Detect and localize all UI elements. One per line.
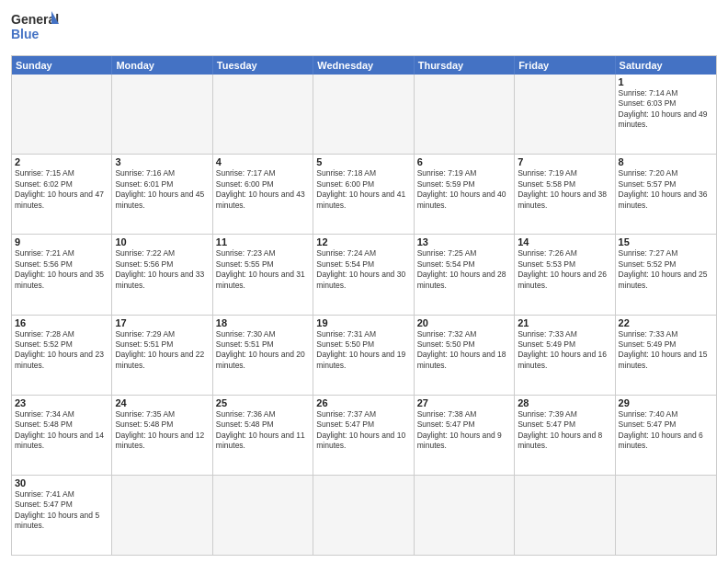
day-cell: 10Sunrise: 7:22 AMSunset: 5:56 PMDayligh… bbox=[112, 235, 212, 314]
day-info: Sunrise: 7:17 AMSunset: 6:00 PMDaylight:… bbox=[216, 168, 310, 211]
day-info: Sunrise: 7:36 AMSunset: 5:48 PMDaylight:… bbox=[216, 409, 310, 452]
day-cell: 9Sunrise: 7:21 AMSunset: 5:56 PMDaylight… bbox=[12, 235, 112, 314]
day-number: 23 bbox=[15, 397, 108, 408]
day-number: 2 bbox=[15, 156, 108, 167]
day-number: 29 bbox=[619, 397, 713, 408]
day-cell: 5Sunrise: 7:18 AMSunset: 6:00 PMDaylight… bbox=[313, 155, 414, 234]
day-number: 16 bbox=[15, 317, 108, 328]
day-number: 28 bbox=[518, 397, 611, 408]
day-cell: 6Sunrise: 7:19 AMSunset: 5:59 PMDaylight… bbox=[415, 155, 515, 234]
day-number: 6 bbox=[417, 156, 511, 167]
day-info: Sunrise: 7:32 AMSunset: 5:50 PMDaylight:… bbox=[417, 329, 511, 372]
day-cell: 23Sunrise: 7:34 AMSunset: 5:48 PMDayligh… bbox=[12, 396, 112, 475]
day-info: Sunrise: 7:16 AMSunset: 6:01 PMDaylight:… bbox=[115, 168, 209, 211]
day-number: 4 bbox=[216, 156, 310, 167]
day-cell: 13Sunrise: 7:25 AMSunset: 5:54 PMDayligh… bbox=[415, 235, 515, 314]
day-cell: 27Sunrise: 7:38 AMSunset: 5:47 PMDayligh… bbox=[415, 396, 515, 475]
day-info: Sunrise: 7:20 AMSunset: 5:57 PMDaylight:… bbox=[619, 168, 713, 211]
day-cell bbox=[515, 75, 615, 154]
day-header-friday: Friday bbox=[515, 56, 615, 75]
day-number: 17 bbox=[115, 317, 209, 328]
day-cell: 14Sunrise: 7:26 AMSunset: 5:53 PMDayligh… bbox=[515, 235, 615, 314]
day-info: Sunrise: 7:38 AMSunset: 5:47 PMDaylight:… bbox=[417, 409, 511, 452]
day-info: Sunrise: 7:26 AMSunset: 5:53 PMDaylight:… bbox=[518, 248, 611, 291]
day-cell: 3Sunrise: 7:16 AMSunset: 6:01 PMDaylight… bbox=[112, 155, 212, 234]
day-number: 9 bbox=[15, 236, 108, 247]
day-cell bbox=[213, 75, 313, 154]
day-cell: 12Sunrise: 7:24 AMSunset: 5:54 PMDayligh… bbox=[313, 235, 414, 314]
day-info: Sunrise: 7:37 AMSunset: 5:47 PMDaylight:… bbox=[316, 409, 410, 452]
day-info: Sunrise: 7:21 AMSunset: 5:56 PMDaylight:… bbox=[15, 248, 108, 291]
day-number: 13 bbox=[417, 236, 511, 247]
day-number: 18 bbox=[216, 317, 310, 328]
day-number: 11 bbox=[216, 236, 310, 247]
day-cell bbox=[415, 75, 515, 154]
day-number: 14 bbox=[518, 236, 611, 247]
day-cell: 24Sunrise: 7:35 AMSunset: 5:48 PMDayligh… bbox=[112, 396, 212, 475]
day-info: Sunrise: 7:34 AMSunset: 5:48 PMDaylight:… bbox=[15, 409, 108, 452]
day-cell: 21Sunrise: 7:33 AMSunset: 5:49 PMDayligh… bbox=[515, 316, 615, 395]
day-cell: 26Sunrise: 7:37 AMSunset: 5:47 PMDayligh… bbox=[313, 396, 414, 475]
day-headers-row: SundayMondayTuesdayWednesdayThursdayFrid… bbox=[12, 56, 716, 75]
day-info: Sunrise: 7:40 AMSunset: 5:47 PMDaylight:… bbox=[619, 409, 713, 452]
day-cell: 15Sunrise: 7:27 AMSunset: 5:52 PMDayligh… bbox=[616, 235, 716, 314]
day-info: Sunrise: 7:22 AMSunset: 5:56 PMDaylight:… bbox=[115, 248, 209, 291]
day-info: Sunrise: 7:23 AMSunset: 5:55 PMDaylight:… bbox=[216, 248, 310, 291]
day-info: Sunrise: 7:41 AMSunset: 5:47 PMDaylight:… bbox=[15, 489, 108, 532]
day-info: Sunrise: 7:31 AMSunset: 5:50 PMDaylight:… bbox=[316, 329, 410, 372]
day-cell bbox=[112, 476, 212, 555]
day-cell bbox=[616, 476, 716, 555]
day-info: Sunrise: 7:30 AMSunset: 5:51 PMDaylight:… bbox=[216, 329, 310, 372]
day-cell: 11Sunrise: 7:23 AMSunset: 5:55 PMDayligh… bbox=[213, 235, 313, 314]
day-header-sunday: Sunday bbox=[12, 56, 112, 75]
day-cell bbox=[112, 75, 212, 154]
day-header-wednesday: Wednesday bbox=[313, 56, 414, 75]
day-cell: 2Sunrise: 7:15 AMSunset: 6:02 PMDaylight… bbox=[12, 155, 112, 234]
svg-text:Blue: Blue bbox=[11, 27, 40, 41]
week-row-2: 2Sunrise: 7:15 AMSunset: 6:02 PMDaylight… bbox=[12, 155, 716, 235]
day-cell: 29Sunrise: 7:40 AMSunset: 5:47 PMDayligh… bbox=[616, 396, 716, 475]
day-number: 21 bbox=[518, 317, 611, 328]
day-cell: 16Sunrise: 7:28 AMSunset: 5:52 PMDayligh… bbox=[12, 316, 112, 395]
day-info: Sunrise: 7:15 AMSunset: 6:02 PMDaylight:… bbox=[15, 168, 108, 211]
week-row-1: 1Sunrise: 7:14 AMSunset: 6:03 PMDaylight… bbox=[12, 75, 716, 155]
day-cell: 7Sunrise: 7:19 AMSunset: 5:58 PMDaylight… bbox=[515, 155, 615, 234]
calendar-body: 1Sunrise: 7:14 AMSunset: 6:03 PMDaylight… bbox=[12, 75, 716, 555]
day-number: 26 bbox=[316, 397, 410, 408]
day-header-tuesday: Tuesday bbox=[213, 56, 313, 75]
day-cell bbox=[313, 75, 414, 154]
calendar: SundayMondayTuesdayWednesdayThursdayFrid… bbox=[11, 55, 717, 556]
day-number: 19 bbox=[316, 317, 410, 328]
day-info: Sunrise: 7:25 AMSunset: 5:54 PMDaylight:… bbox=[417, 248, 511, 291]
day-cell: 25Sunrise: 7:36 AMSunset: 5:48 PMDayligh… bbox=[213, 396, 313, 475]
day-number: 15 bbox=[619, 236, 713, 247]
day-info: Sunrise: 7:19 AMSunset: 5:59 PMDaylight:… bbox=[417, 168, 511, 211]
day-header-monday: Monday bbox=[112, 56, 212, 75]
logo: General Blue bbox=[11, 9, 59, 50]
day-cell: 17Sunrise: 7:29 AMSunset: 5:51 PMDayligh… bbox=[112, 316, 212, 395]
day-cell: 8Sunrise: 7:20 AMSunset: 5:57 PMDaylight… bbox=[616, 155, 716, 234]
day-info: Sunrise: 7:39 AMSunset: 5:47 PMDaylight:… bbox=[518, 409, 611, 452]
day-number: 5 bbox=[316, 156, 410, 167]
day-cell: 4Sunrise: 7:17 AMSunset: 6:00 PMDaylight… bbox=[213, 155, 313, 234]
day-number: 3 bbox=[115, 156, 209, 167]
day-cell: 18Sunrise: 7:30 AMSunset: 5:51 PMDayligh… bbox=[213, 316, 313, 395]
day-info: Sunrise: 7:35 AMSunset: 5:48 PMDaylight:… bbox=[115, 409, 209, 452]
day-info: Sunrise: 7:14 AMSunset: 6:03 PMDaylight:… bbox=[619, 88, 713, 131]
day-number: 7 bbox=[518, 156, 611, 167]
day-number: 24 bbox=[115, 397, 209, 408]
day-cell bbox=[213, 476, 313, 555]
day-cell: 30Sunrise: 7:41 AMSunset: 5:47 PMDayligh… bbox=[12, 476, 112, 555]
day-cell bbox=[515, 476, 615, 555]
day-cell: 22Sunrise: 7:33 AMSunset: 5:49 PMDayligh… bbox=[616, 316, 716, 395]
day-cell bbox=[415, 476, 515, 555]
day-header-thursday: Thursday bbox=[415, 56, 515, 75]
day-cell: 20Sunrise: 7:32 AMSunset: 5:50 PMDayligh… bbox=[415, 316, 515, 395]
day-info: Sunrise: 7:28 AMSunset: 5:52 PMDaylight:… bbox=[15, 329, 108, 372]
day-header-saturday: Saturday bbox=[616, 56, 716, 75]
week-row-5: 23Sunrise: 7:34 AMSunset: 5:48 PMDayligh… bbox=[12, 396, 716, 476]
day-number: 10 bbox=[115, 236, 209, 247]
day-info: Sunrise: 7:24 AMSunset: 5:54 PMDaylight:… bbox=[316, 248, 410, 291]
day-cell: 19Sunrise: 7:31 AMSunset: 5:50 PMDayligh… bbox=[313, 316, 414, 395]
day-cell: 1Sunrise: 7:14 AMSunset: 6:03 PMDaylight… bbox=[616, 75, 716, 154]
